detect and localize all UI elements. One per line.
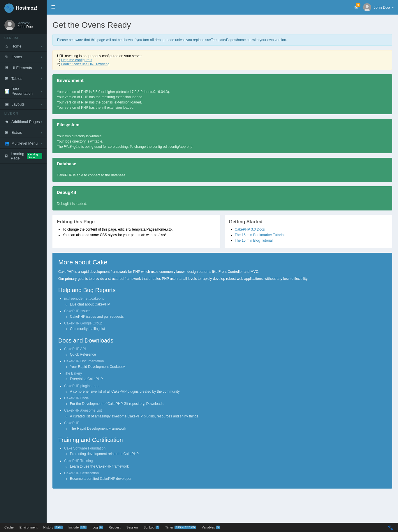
sidebar-brand[interactable]: 🐾 Hostmoz! xyxy=(0,0,47,16)
url-configure-link[interactable]: Help me configure it xyxy=(61,58,92,62)
topnav-avatar xyxy=(363,3,371,11)
brand-name: Hostmoz! xyxy=(16,6,37,11)
debug-session[interactable]: Session xyxy=(124,523,141,532)
sidebar-item-additional-pages[interactable]: ★ Additional Pages ▾ xyxy=(0,116,47,127)
cakephp-cert-sub: Become a certified CakePHP developer xyxy=(70,476,386,482)
debug-timer-label: Timer xyxy=(165,526,173,529)
sidebar-item-multilevel[interactable]: 👥 Multilevel Menu ▾ xyxy=(0,138,47,149)
debug-timer[interactable]: Timer 0.95 s / 7.23 MB xyxy=(162,523,199,532)
debug-sqllog[interactable]: Sql Log 0 xyxy=(141,523,162,532)
debug-request-label: Request xyxy=(109,526,121,529)
editing-page-title: Editing this Page xyxy=(57,219,216,224)
documentation-link[interactable]: CakePHP Documentation xyxy=(64,359,104,363)
plugins-link[interactable]: CakePHP plugins repo xyxy=(64,384,99,388)
cakephp-link[interactable]: CakePHP xyxy=(64,421,80,425)
user-caret-icon: ▾ xyxy=(392,6,394,9)
debugkit-text: DebugKit is loaded. xyxy=(57,202,388,206)
debug-environment[interactable]: Environment xyxy=(17,523,40,532)
docs-item-0: CakePHP API Quick Reference xyxy=(64,346,386,357)
filesystem-body: Your tmp directory is writable. Your log… xyxy=(52,131,392,153)
more-about-desc1: CakePHP is a rapid development framework… xyxy=(58,269,386,275)
forms-icon: ✎ xyxy=(4,55,9,59)
blog-tutorial-link[interactable]: The 15 min Blog Tutorial xyxy=(235,238,273,243)
csf-link[interactable]: Cake Software Foundation xyxy=(64,446,105,450)
api-link[interactable]: CakePHP API xyxy=(64,347,86,351)
training-item-0: Cake Software Foundation Promoting devel… xyxy=(64,446,386,457)
docs-item-6: CakePHP The Rapid Development Framework xyxy=(64,420,386,431)
database-title: Database xyxy=(52,158,392,170)
general-menu: ⌂ Home ▾ ✎ Forms ▾ 🖥 UI Elements xyxy=(0,41,47,110)
sidebar-item-tables[interactable]: ⊞ Tables ▾ xyxy=(0,73,47,84)
docs-item-5: CakePHP Awesome List A curated list of a… xyxy=(64,408,386,419)
cakephp-training-link[interactable]: CakePHP Training xyxy=(64,459,93,463)
sidebar-item-forms[interactable]: ✎ Forms ▾ xyxy=(0,52,47,62)
code-link[interactable]: CakePHP Code xyxy=(64,396,89,400)
training-list: Cake Software Foundation Promoting devel… xyxy=(58,446,386,482)
debug-include-label: Include xyxy=(68,526,79,529)
debug-logo: 🐾 xyxy=(385,525,397,530)
google-group-link[interactable]: CakePHP Google Group xyxy=(64,321,102,325)
debug-log[interactable]: Log 0 xyxy=(89,523,105,532)
coming-soon-badge: Coming Soon xyxy=(27,153,42,159)
editing-page-list: To change the content of this page, edit… xyxy=(57,227,216,237)
sidebar-item-ui-elements[interactable]: 🖥 UI Elements ▾ xyxy=(0,62,47,73)
env-line-0: Your version of PHP is 5.5.9 or higher (… xyxy=(57,90,388,94)
topnav: ☰ ✉ 9 John Doe ▾ xyxy=(47,0,398,15)
datapres-label: Data Presentation xyxy=(11,87,41,96)
bookmarker-tutorial-link[interactable]: The 15 min Bookmarker Tutorial xyxy=(235,233,285,237)
multilevel-label: Multilevel Menu xyxy=(11,141,38,145)
ui-icon: 🖥 xyxy=(4,65,9,70)
user-menu-button[interactable]: John Doe ▾ xyxy=(363,3,394,11)
issues-sub: CakePHP issues and pull requests xyxy=(70,314,386,319)
awesome-list-link[interactable]: CakePHP Awesome List xyxy=(64,408,102,412)
sidebar-item-layouts[interactable]: ▣ Layouts ▾ xyxy=(0,99,47,110)
notification-badge: 9 xyxy=(356,3,360,7)
sidebar-item-landing-page[interactable]: 🖥 Landing Page Coming Soon xyxy=(0,149,47,164)
getting-started-list: CakePHP 3.0 Docs The 15 min Bookmarker T… xyxy=(229,227,388,243)
irc-sub: Live chat about CakePHP xyxy=(70,302,386,307)
brand-icon: 🐾 xyxy=(4,3,14,13)
debug-include[interactable]: Include 136 xyxy=(66,523,90,532)
cakephp-sub: The Rapid Development Framework xyxy=(70,426,386,431)
cakephp-docs-link[interactable]: CakePHP 3.0 Docs xyxy=(235,227,265,231)
google-group-sub: Community mailing list xyxy=(70,326,386,332)
fs-line-0: Your tmp directory is writable. xyxy=(57,134,388,138)
sidebar-item-data-presentation[interactable]: 📊 Data Presentation ▾ xyxy=(0,84,47,99)
database-text: CakePHP is able to connect to the databa… xyxy=(57,173,388,177)
liveon-menu: ★ Additional Pages ▾ ⊞ Extras ▾ 👥 Multil… xyxy=(0,116,47,164)
irc-link[interactable]: irc.freenode.net #cakephp xyxy=(64,296,105,301)
getting-started-link-1: The 15 min Bookmarker Tutorial xyxy=(235,233,388,237)
url-no-rewrite-link[interactable]: I don't / can't use URL rewriting xyxy=(61,62,110,66)
editing-page-panel: Editing this Page To change the content … xyxy=(52,215,220,248)
extras-label: Extras xyxy=(11,130,22,135)
hamburger-button[interactable]: ☰ xyxy=(51,4,56,10)
docs-item-4: CakePHP Code For the Development of Cake… xyxy=(64,396,386,407)
ui-label: UI Elements xyxy=(11,66,32,70)
debug-history[interactable]: History 0 xhr xyxy=(40,523,66,532)
debug-variables[interactable]: Variables 3 xyxy=(199,523,223,532)
tables-label: Tables xyxy=(11,76,22,81)
forms-arrow: ▾ xyxy=(41,55,42,59)
issues-link[interactable]: CakePHP Issues xyxy=(64,309,91,313)
more-about-desc2: Our primary goal is to provide a structu… xyxy=(58,276,386,282)
general-section-label: GENERAL xyxy=(0,34,47,41)
env-line-3: Your version of PHP has the intl extensi… xyxy=(57,106,388,110)
page-title: Get the Ovens Ready xyxy=(52,20,392,30)
url-warning-box: URL rewriting is not properly configured… xyxy=(52,50,392,70)
sidebar-item-home[interactable]: ⌂ Home ▾ xyxy=(0,41,47,52)
forms-label: Forms xyxy=(11,55,22,59)
bakery-link[interactable]: The Bakery xyxy=(64,371,82,375)
debug-cache[interactable]: Cache xyxy=(1,523,17,532)
debug-request[interactable]: Request xyxy=(106,523,124,532)
cakephp-cert-link[interactable]: CakePHP Certification xyxy=(64,471,99,475)
training-title: Training and Certification xyxy=(58,437,386,443)
notification-button[interactable]: ✉ 9 xyxy=(354,4,359,10)
training-item-2: CakePHP Certification Become a certified… xyxy=(64,470,386,482)
getting-started-title: Getting Started xyxy=(229,219,388,224)
debug-log-badge: 0 xyxy=(99,526,103,529)
plugins-sub: A comprehensive list of all CakePHP plug… xyxy=(70,389,386,394)
tables-arrow: ▾ xyxy=(41,77,42,80)
editing-page-item-0: To change the content of this page, edit… xyxy=(63,227,216,231)
documentation-sub: Your Rapid Development Cookbook xyxy=(70,364,386,370)
sidebar-item-extras[interactable]: ⊞ Extras ▾ xyxy=(0,127,47,138)
